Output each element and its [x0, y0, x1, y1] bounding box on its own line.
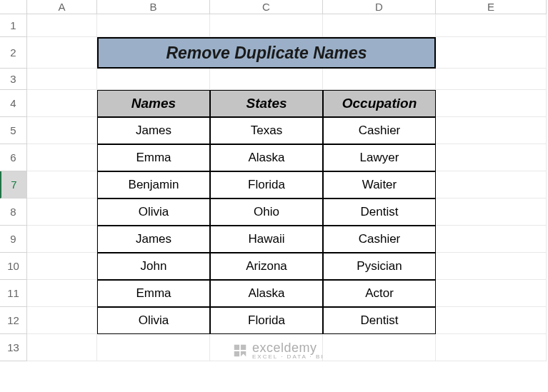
col-header-D[interactable]: D: [323, 0, 436, 14]
table-row[interactable]: Alaska: [210, 144, 323, 171]
cell-C1[interactable]: [210, 14, 323, 37]
table-row[interactable]: Olivia: [97, 307, 210, 334]
row-header-6[interactable]: 6: [0, 144, 27, 171]
row-header-2[interactable]: 2: [0, 37, 27, 69]
cell-A6[interactable]: [27, 144, 97, 171]
cell-A5[interactable]: [27, 117, 97, 144]
row-header-11[interactable]: 11: [0, 280, 27, 307]
cell-A1[interactable]: [27, 14, 97, 37]
header-states[interactable]: States: [210, 90, 323, 117]
table-row[interactable]: Pysician: [323, 253, 436, 280]
header-names[interactable]: Names: [97, 90, 210, 117]
cell-A10[interactable]: [27, 253, 97, 280]
cell-E6[interactable]: [436, 144, 547, 171]
row-header-3[interactable]: 3: [0, 69, 27, 90]
cell-A9[interactable]: [27, 226, 97, 253]
header-occupation[interactable]: Occupation: [323, 90, 436, 117]
table-row[interactable]: Olivia: [97, 198, 210, 226]
row-header-1[interactable]: 1: [0, 14, 27, 37]
row-header-8[interactable]: 8: [0, 198, 27, 226]
table-row[interactable]: Dentist: [323, 307, 436, 334]
table-row[interactable]: Benjamin: [97, 171, 210, 198]
table-row[interactable]: John: [97, 253, 210, 280]
table-row[interactable]: Ohio: [210, 198, 323, 226]
cell-A7[interactable]: [27, 171, 97, 198]
table-title[interactable]: Remove Duplicate Names: [97, 37, 436, 69]
table-row[interactable]: Arizona: [210, 253, 323, 280]
table-row[interactable]: Florida: [210, 307, 323, 334]
table-row[interactable]: Texas: [210, 117, 323, 144]
cell-E12[interactable]: [436, 307, 547, 334]
cell-A3[interactable]: [27, 69, 97, 90]
cell-D3[interactable]: [323, 69, 436, 90]
cell-D1[interactable]: [323, 14, 436, 37]
table-row[interactable]: Florida: [210, 171, 323, 198]
table-row[interactable]: Actor: [323, 280, 436, 307]
cell-C3[interactable]: [210, 69, 323, 90]
table-row[interactable]: Lawyer: [323, 144, 436, 171]
col-header-A[interactable]: A: [27, 0, 97, 14]
table-row[interactable]: Alaska: [210, 280, 323, 307]
table-row[interactable]: Cashier: [323, 226, 436, 253]
cell-B1[interactable]: [97, 14, 210, 37]
cell-A8[interactable]: [27, 198, 97, 226]
cell-C13[interactable]: [210, 334, 323, 361]
cell-E7[interactable]: [436, 171, 547, 198]
row-header-4[interactable]: 4: [0, 90, 27, 117]
cell-B3[interactable]: [97, 69, 210, 90]
cell-A2[interactable]: [27, 37, 97, 69]
row-header-9[interactable]: 9: [0, 226, 27, 253]
spreadsheet-grid: A B C D E 1 2 Remove Duplicate Names 3 4…: [0, 0, 548, 361]
cell-A12[interactable]: [27, 307, 97, 334]
table-row[interactable]: Hawaii: [210, 226, 323, 253]
select-all-corner[interactable]: [0, 0, 27, 14]
cell-E9[interactable]: [436, 226, 547, 253]
col-header-E[interactable]: E: [436, 0, 547, 14]
table-row[interactable]: Dentist: [323, 198, 436, 226]
cell-E1[interactable]: [436, 14, 547, 37]
row-header-12[interactable]: 12: [0, 307, 27, 334]
table-row[interactable]: Emma: [97, 280, 210, 307]
cell-E4[interactable]: [436, 90, 547, 117]
row-header-7[interactable]: 7: [0, 171, 27, 198]
cell-E2[interactable]: [436, 37, 547, 69]
cell-E8[interactable]: [436, 198, 547, 226]
table-row[interactable]: Waiter: [323, 171, 436, 198]
table-row[interactable]: James: [97, 226, 210, 253]
row-header-5[interactable]: 5: [0, 117, 27, 144]
col-header-C[interactable]: C: [210, 0, 323, 14]
cell-E13[interactable]: [436, 334, 547, 361]
cell-E10[interactable]: [436, 253, 547, 280]
table-row[interactable]: Cashier: [323, 117, 436, 144]
row-header-10[interactable]: 10: [0, 253, 27, 280]
cell-E5[interactable]: [436, 117, 547, 144]
cell-A13[interactable]: [27, 334, 97, 361]
cell-E3[interactable]: [436, 69, 547, 90]
table-row[interactable]: Emma: [97, 144, 210, 171]
row-header-13[interactable]: 13: [0, 334, 27, 361]
cell-B13[interactable]: [97, 334, 210, 361]
cell-E11[interactable]: [436, 280, 547, 307]
cell-A4[interactable]: [27, 90, 97, 117]
col-header-B[interactable]: B: [97, 0, 210, 14]
cell-D13[interactable]: [323, 334, 436, 361]
cell-A11[interactable]: [27, 280, 97, 307]
table-row[interactable]: James: [97, 117, 210, 144]
